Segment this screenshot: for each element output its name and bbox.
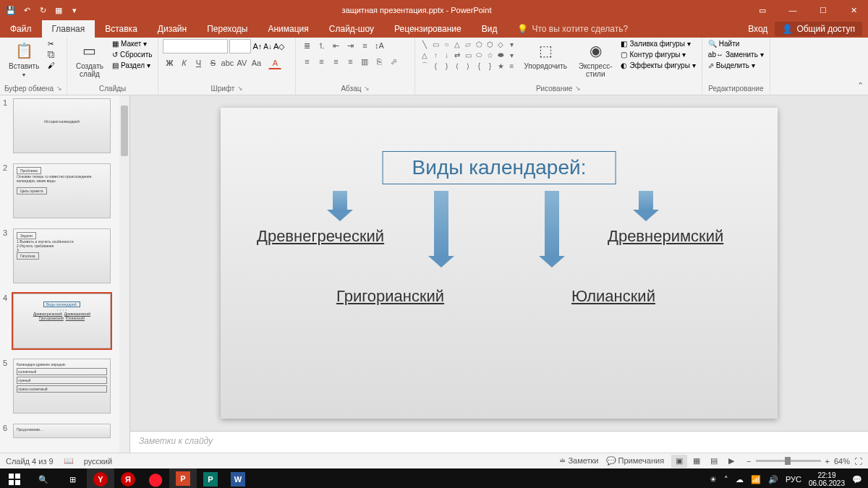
increase-font-icon[interactable]: A↑: [252, 42, 262, 51]
language-status[interactable]: русский: [84, 457, 112, 466]
minimize-icon[interactable]: —: [778, 0, 807, 20]
cut-button[interactable]: ✂: [46, 39, 56, 48]
columns-icon[interactable]: ▥: [358, 55, 371, 68]
tell-me[interactable]: 💡Что вы хотите сделать?: [507, 20, 638, 38]
scrollbar-thumb[interactable]: [121, 106, 128, 156]
notes-pane[interactable]: Заметки к слайду: [130, 431, 868, 453]
tab-view[interactable]: Вид: [472, 20, 508, 38]
slide-counter[interactable]: Слайд 4 из 9: [6, 457, 54, 466]
justify-icon[interactable]: ≡: [344, 55, 357, 68]
notes-toggle[interactable]: ≐ Заметки: [559, 456, 598, 466]
wifi-icon[interactable]: 📶: [751, 475, 761, 484]
align-text-icon[interactable]: ⎘: [373, 55, 386, 68]
arrow-shape[interactable]: [434, 191, 448, 257]
align-right-icon[interactable]: ≡: [329, 55, 342, 68]
close-icon[interactable]: ✕: [839, 0, 868, 20]
reset-button[interactable]: ↺Сбросить: [111, 50, 153, 59]
shapes-gallery[interactable]: ╲▭○△▱⬠⬡◇▾ △↑↓⇄▭⬭☆⬬▾ ⌒()⟨⟩{}★≡: [420, 39, 516, 71]
undo-icon[interactable]: ↶: [20, 4, 33, 17]
reading-view-icon[interactable]: ▤: [706, 455, 722, 468]
maximize-icon[interactable]: ☐: [809, 0, 838, 20]
arrow-shape[interactable]: [639, 191, 653, 211]
dialog-launcher-icon[interactable]: ↘: [364, 85, 370, 92]
layout-button[interactable]: ▦Макет ▾: [111, 39, 153, 48]
sorter-view-icon[interactable]: ▦: [689, 455, 705, 468]
slide-thumbnail-4[interactable]: 4 Виды календарей:↓ ↓ ↓ ↓Древнегреческий…: [0, 291, 129, 356]
signin-link[interactable]: Вход: [748, 24, 767, 34]
clear-formatting-icon[interactable]: A◇: [273, 42, 284, 51]
tab-insert[interactable]: Вставка: [95, 20, 148, 38]
select-button[interactable]: ⬀Выделить ▾: [707, 61, 765, 70]
share-button[interactable]: 👤Общий доступ: [775, 22, 862, 36]
redo-icon[interactable]: ↻: [36, 4, 49, 17]
fit-to-window-icon[interactable]: ⛶: [854, 457, 862, 466]
arrange-button[interactable]: ⬚ Упорядочить: [519, 39, 571, 72]
slide-canvas-area[interactable]: Виды календарей: Древнегреческий Древнер…: [130, 95, 868, 431]
zoom-slider[interactable]: [756, 460, 821, 462]
text-direction-icon[interactable]: ↕A: [373, 39, 386, 52]
bold-button[interactable]: Ж: [163, 56, 176, 69]
slide-thumbnail-6[interactable]: 6 Продолжение...: [0, 421, 129, 445]
spacing-button[interactable]: AV: [235, 56, 248, 69]
notifications-icon[interactable]: 💬: [852, 475, 862, 484]
volume-icon[interactable]: 🔊: [768, 475, 778, 484]
start-button[interactable]: [0, 468, 29, 488]
search-button[interactable]: 🔍: [29, 468, 58, 488]
normal-view-icon[interactable]: ▣: [671, 455, 687, 468]
font-color-button[interactable]: A: [268, 56, 281, 69]
collapse-ribbon-icon[interactable]: ⌃: [857, 81, 864, 90]
slide-canvas[interactable]: Виды календарей: Древнегреческий Древнер…: [221, 108, 778, 419]
qat-customize-icon[interactable]: ▾: [68, 4, 81, 17]
slide-thumbnail-5[interactable]: 5 Календари древних народов:солнечныйлун…: [0, 356, 129, 421]
shape-fill-button[interactable]: ◧Заливка фигуры ▾: [619, 39, 697, 48]
copy-button[interactable]: ⿻: [46, 50, 56, 59]
strike-button[interactable]: S: [206, 56, 219, 69]
yandex-browser-icon[interactable]: Y: [87, 468, 114, 488]
text-label[interactable]: Юлианский: [571, 287, 655, 306]
zoom-out-icon[interactable]: −: [746, 457, 751, 466]
font-name-input[interactable]: [163, 39, 228, 53]
numbering-icon[interactable]: ⒈: [315, 39, 328, 52]
publisher-taskbar-icon[interactable]: P: [197, 468, 224, 488]
line-spacing-icon[interactable]: ≡: [358, 39, 371, 52]
underline-button[interactable]: Ч: [192, 56, 205, 69]
slide-thumbnail-2[interactable]: 2 ПроблемаОснован теперь то известно про…: [0, 160, 129, 226]
arrow-shape[interactable]: [333, 191, 347, 211]
smartart-icon[interactable]: ⬀: [387, 55, 400, 68]
powerpoint-taskbar-icon[interactable]: P: [169, 468, 197, 488]
quick-styles-button[interactable]: ◉ Экспресс- стили: [574, 39, 617, 80]
tab-design[interactable]: Дизайн: [148, 20, 197, 38]
thumbnails-scrollbar[interactable]: [119, 95, 129, 453]
decrease-font-icon[interactable]: A↓: [263, 43, 272, 51]
section-button[interactable]: ▤Раздел ▾: [111, 61, 153, 70]
tab-animations[interactable]: Анимация: [258, 20, 318, 38]
spell-check-icon[interactable]: 📖: [64, 456, 74, 466]
save-icon[interactable]: 💾: [4, 4, 17, 17]
bullets-icon[interactable]: ≣: [300, 39, 313, 52]
tab-home[interactable]: Главная: [42, 20, 95, 38]
format-painter-button[interactable]: 🖌: [46, 61, 56, 70]
slide-title-box[interactable]: Виды календарей:: [383, 151, 616, 184]
text-label[interactable]: Григорианский: [336, 287, 444, 306]
case-button[interactable]: Aa: [250, 56, 263, 69]
align-center-icon[interactable]: ≡: [315, 55, 328, 68]
shape-outline-button[interactable]: ▢Контур фигуры ▾: [619, 50, 697, 59]
arrow-shape[interactable]: [545, 191, 559, 257]
slide-thumbnail-3[interactable]: 3 Задачи1 Выявить и изучить особенности2…: [0, 226, 129, 291]
increase-indent-icon[interactable]: ⇥: [344, 39, 357, 52]
zoom-level[interactable]: 64%: [834, 457, 850, 466]
task-view-button[interactable]: ⊞: [58, 468, 87, 488]
dialog-launcher-icon[interactable]: ↘: [56, 85, 62, 92]
comments-toggle[interactable]: 💬 Примечания: [606, 456, 665, 466]
taskbar-clock[interactable]: 22:19 06.06.2023: [809, 471, 845, 487]
text-label[interactable]: Древнеримский: [608, 227, 723, 246]
language-indicator[interactable]: РУС: [786, 475, 801, 484]
tab-file[interactable]: Файл: [0, 20, 42, 38]
word-taskbar-icon[interactable]: W: [224, 468, 252, 488]
yandex-icon[interactable]: Я: [114, 468, 142, 488]
onedrive-icon[interactable]: ☁: [736, 475, 744, 484]
weather-icon[interactable]: ☀: [710, 475, 717, 484]
font-size-input[interactable]: [229, 39, 251, 53]
shadow-button[interactable]: abc: [221, 56, 234, 69]
slide-thumbnail-1[interactable]: 1 История календарей: [0, 95, 129, 160]
